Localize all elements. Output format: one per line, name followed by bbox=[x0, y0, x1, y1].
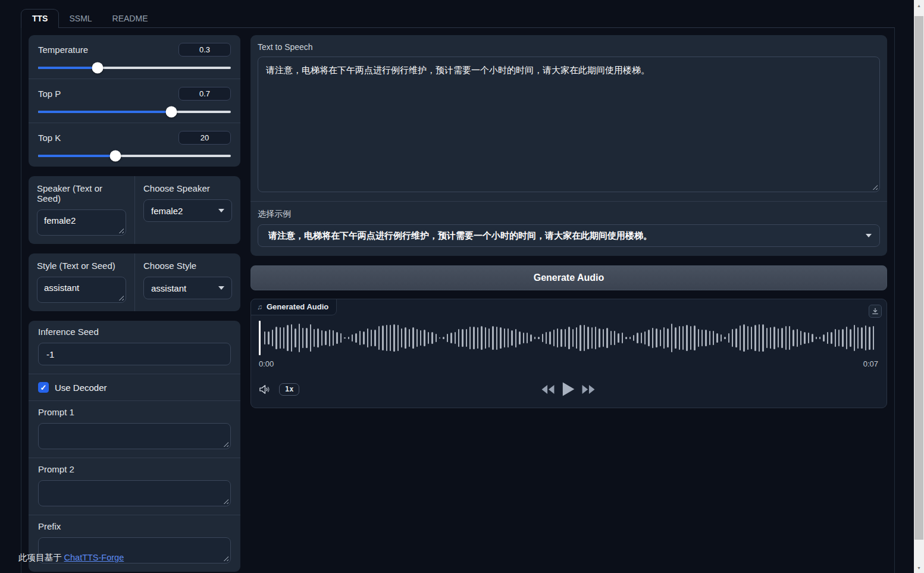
top-p-slider-row: Top P bbox=[29, 79, 240, 123]
waveform-bar bbox=[462, 329, 463, 347]
waveform-bar bbox=[614, 331, 615, 346]
waveform-bar bbox=[671, 324, 672, 352]
choose-speaker-value: female2 bbox=[151, 206, 183, 216]
waveform-bar bbox=[842, 329, 843, 347]
tab-ssml[interactable]: SSML bbox=[59, 10, 102, 27]
waveform-bar bbox=[804, 332, 805, 343]
waveform-bar bbox=[656, 328, 657, 347]
footer: 此项目基于 ChatTTS-Forge bbox=[18, 552, 124, 563]
waveform-bar bbox=[701, 330, 703, 346]
chevron-down-icon bbox=[218, 209, 224, 212]
inference-seed-input[interactable] bbox=[38, 343, 231, 365]
top-k-slider-handle[interactable] bbox=[109, 151, 121, 162]
waveform-bar bbox=[412, 327, 414, 349]
scrollbar-thumb[interactable] bbox=[914, 16, 923, 540]
top-k-value-input[interactable] bbox=[178, 131, 231, 145]
waveform-bar bbox=[606, 328, 607, 349]
waveform-bar bbox=[382, 325, 383, 350]
playhead-cursor[interactable] bbox=[259, 321, 261, 355]
current-time: 0:00 bbox=[259, 359, 274, 368]
tab-content: Temperature Top P bbox=[21, 27, 895, 573]
app-root: TTS SSML README Temperature bbox=[21, 9, 895, 573]
speaker-text-input[interactable]: female2 bbox=[37, 209, 126, 236]
waveform-bar bbox=[644, 331, 646, 345]
top-p-slider-handle[interactable] bbox=[165, 107, 177, 118]
waveform-bar bbox=[754, 325, 756, 351]
tts-text-input[interactable]: 请注意，电梯将在下午两点进行例行维护，预计需要一个小时的时间，请大家在此期间使用… bbox=[258, 57, 880, 192]
waveform-bar bbox=[557, 328, 558, 347]
waveform-bar bbox=[374, 330, 375, 346]
style-text-input[interactable]: assistant bbox=[37, 277, 126, 303]
chattts-forge-link[interactable]: ChatTTS-Forge bbox=[64, 553, 124, 562]
vertical-scrollbar[interactable]: ▲ ▼ bbox=[914, 0, 924, 573]
style-text-label: Style (Text or Seed) bbox=[37, 261, 126, 271]
speaker-icon bbox=[259, 384, 271, 395]
waveform-bar bbox=[295, 328, 296, 348]
top-k-slider[interactable] bbox=[38, 155, 231, 157]
choose-style-value: assistant bbox=[151, 283, 186, 293]
waveform-bar bbox=[652, 328, 653, 348]
waveform-bars[interactable] bbox=[264, 321, 877, 355]
download-audio-button[interactable] bbox=[869, 305, 882, 318]
top-p-value-input[interactable] bbox=[178, 87, 231, 101]
check-icon: ✓ bbox=[40, 384, 47, 392]
total-time: 0:07 bbox=[863, 359, 878, 368]
music-note-icon: ♫ bbox=[257, 303, 262, 311]
playback-speed-button[interactable]: 1x bbox=[279, 383, 299, 396]
settings-column: Temperature Top P bbox=[29, 35, 240, 572]
waveform-bar bbox=[591, 327, 593, 349]
scrollbar-up-arrow[interactable]: ▲ bbox=[914, 1, 924, 10]
temperature-value-input[interactable] bbox=[178, 43, 231, 57]
waveform-bar bbox=[705, 330, 706, 346]
waveform-bar bbox=[275, 327, 277, 349]
tab-bar: TTS SSML README bbox=[21, 9, 895, 27]
waveform-bar bbox=[409, 329, 410, 347]
tab-readme[interactable]: README bbox=[102, 10, 158, 27]
waveform-bar bbox=[690, 326, 691, 350]
temperature-label: Temperature bbox=[38, 45, 88, 55]
top-p-label: Top P bbox=[38, 89, 61, 99]
top-p-slider[interactable] bbox=[38, 111, 231, 113]
waveform-bar bbox=[629, 337, 631, 339]
prompt1-label: Prompt 1 bbox=[38, 407, 231, 417]
prompt2-input[interactable] bbox=[38, 480, 231, 506]
volume-button[interactable] bbox=[259, 384, 271, 395]
time-row: 0:00 0:07 bbox=[259, 359, 878, 368]
choose-style-select[interactable]: assistant bbox=[143, 277, 232, 299]
temperature-slider-handle[interactable] bbox=[92, 62, 104, 74]
waveform-bar bbox=[743, 324, 744, 352]
examples-dropdown[interactable]: 请注意，电梯将在下午两点进行例行维护，预计需要一个小时的时间，请大家在此期间使用… bbox=[258, 224, 880, 247]
waveform-bar bbox=[835, 329, 836, 346]
waveform-bar bbox=[329, 330, 330, 346]
waveform-bar bbox=[538, 337, 539, 340]
waveform-bar bbox=[865, 325, 866, 350]
prompt2-row: Prompt 2 bbox=[29, 458, 240, 515]
waveform-bar bbox=[800, 331, 801, 345]
choose-speaker-select[interactable]: female2 bbox=[143, 199, 232, 222]
waveform-bar bbox=[861, 327, 862, 349]
speaker-text-label: Speaker (Text or Seed) bbox=[37, 183, 126, 203]
choose-speaker-cell: Choose Speaker female2 bbox=[134, 176, 240, 244]
use-decoder-checkbox[interactable]: ✓ bbox=[38, 382, 49, 393]
waveform-bar bbox=[747, 326, 748, 349]
waveform-bar bbox=[778, 328, 779, 347]
play-button[interactable] bbox=[562, 381, 575, 397]
use-decoder-row[interactable]: ✓ Use Decoder bbox=[29, 374, 240, 400]
temperature-slider[interactable] bbox=[38, 67, 231, 69]
rewind-button[interactable] bbox=[541, 384, 555, 395]
waveform-bar bbox=[436, 334, 437, 342]
waveform-bar bbox=[488, 328, 490, 348]
play-icon bbox=[562, 381, 575, 397]
waveform-bar bbox=[766, 328, 768, 349]
waveform-bar bbox=[371, 330, 372, 346]
fast-forward-button[interactable] bbox=[582, 384, 596, 395]
waveform-bar bbox=[675, 327, 676, 349]
waveform-bar bbox=[534, 337, 535, 339]
generate-audio-button[interactable]: Generate Audio bbox=[250, 265, 887, 290]
prompt1-input[interactable] bbox=[38, 423, 231, 449]
scrollbar-down-arrow[interactable]: ▼ bbox=[914, 563, 924, 572]
tab-tts[interactable]: TTS bbox=[21, 9, 59, 28]
inference-panel: Inference Seed ✓ Use Decoder Prompt 1 Pr… bbox=[29, 321, 240, 572]
waveform-bar bbox=[317, 328, 318, 348]
waveform-bar bbox=[428, 332, 429, 344]
